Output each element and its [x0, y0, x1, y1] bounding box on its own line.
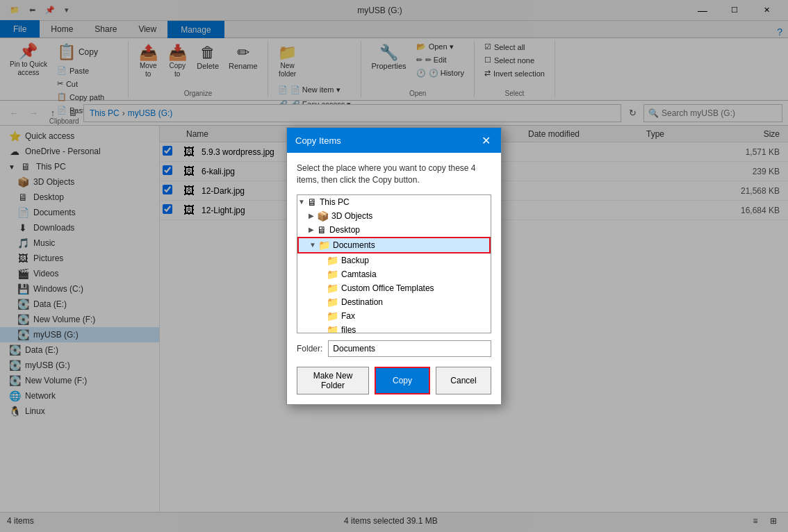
tree-item-files[interactable]: 📁 files [297, 323, 491, 333]
modal-tree[interactable]: ▼ 🖥 This PC ▶ 📦 3D Objects ▶ 🖥 Desktop [297, 194, 491, 333]
folder-input[interactable] [328, 340, 491, 357]
modal-close-button[interactable]: ✕ [479, 133, 493, 147]
tree-item-this-pc[interactable]: ▼ 🖥 This PC [297, 195, 491, 209]
make-new-folder-button[interactable]: Make New Folder [297, 367, 369, 394]
tree-label-files: files [341, 325, 356, 333]
tree-item-fax[interactable]: 📁 Fax [297, 309, 491, 323]
tree-arrow-3d[interactable]: ▶ [307, 212, 315, 219]
modal-folder-row: Folder: [297, 340, 491, 357]
tree-icon-3d: 📦 [317, 210, 329, 222]
tree-label-documents: Documents [333, 240, 375, 250]
tree-icon-desktop: 🖥 [317, 224, 327, 235]
modal-title-bar: Copy Items ✕ [287, 128, 501, 153]
tree-label-camtasia: Camtasia [341, 269, 377, 279]
modal-buttons: Make New Folder Copy Cancel [297, 367, 491, 397]
tree-label-fax: Fax [341, 311, 355, 321]
tree-label-custom-office: Custom Office Templates [341, 283, 434, 293]
tree-icon-custom-office: 📁 [327, 283, 338, 294]
modal-title: Copy Items [295, 135, 341, 146]
cancel-button-modal[interactable]: Cancel [436, 367, 491, 394]
tree-icon-documents: 📁 [318, 240, 330, 251]
tree-arrow-documents[interactable]: ▼ [309, 241, 317, 249]
tree-arrow-desktop[interactable]: ▶ [307, 226, 315, 233]
copy-items-modal: Copy Items ✕ Select the place where you … [286, 127, 502, 405]
tree-label-desktop: Desktop [329, 225, 360, 235]
tree-label-this-pc: This PC [320, 197, 350, 207]
tree-item-camtasia[interactable]: 📁 Camtasia [297, 267, 491, 281]
tree-label-3d: 3D Objects [331, 211, 372, 221]
tree-icon-files: 📁 [327, 324, 338, 333]
modal-overlay: Copy Items ✕ Select the place where you … [0, 0, 788, 532]
folder-label: Folder: [297, 344, 322, 354]
tree-icon-backup: 📁 [327, 255, 338, 266]
tree-item-documents[interactable]: ▼ 📁 Documents [297, 237, 491, 253]
tree-item-destination[interactable]: 📁 Destination [297, 295, 491, 309]
tree-item-backup[interactable]: 📁 Backup [297, 253, 491, 267]
tree-item-desktop[interactable]: ▶ 🖥 Desktop [297, 223, 491, 237]
tree-item-3d-objects[interactable]: ▶ 📦 3D Objects [297, 209, 491, 223]
modal-description: Select the place where you want to copy … [297, 163, 491, 186]
tree-icon-fax: 📁 [327, 310, 338, 322]
copy-button-modal[interactable]: Copy [375, 367, 430, 394]
tree-icon-destination: 📁 [327, 297, 338, 308]
tree-item-custom-office[interactable]: 📁 Custom Office Templates [297, 281, 491, 295]
tree-label-destination: Destination [341, 297, 383, 307]
tree-icon-camtasia: 📁 [327, 269, 338, 280]
modal-body: Select the place where you want to copy … [287, 153, 501, 404]
tree-icon-this-pc: 🖥 [307, 197, 317, 208]
tree-label-backup: Backup [341, 256, 369, 265]
tree-arrow-this-pc[interactable]: ▼ [297, 198, 306, 206]
